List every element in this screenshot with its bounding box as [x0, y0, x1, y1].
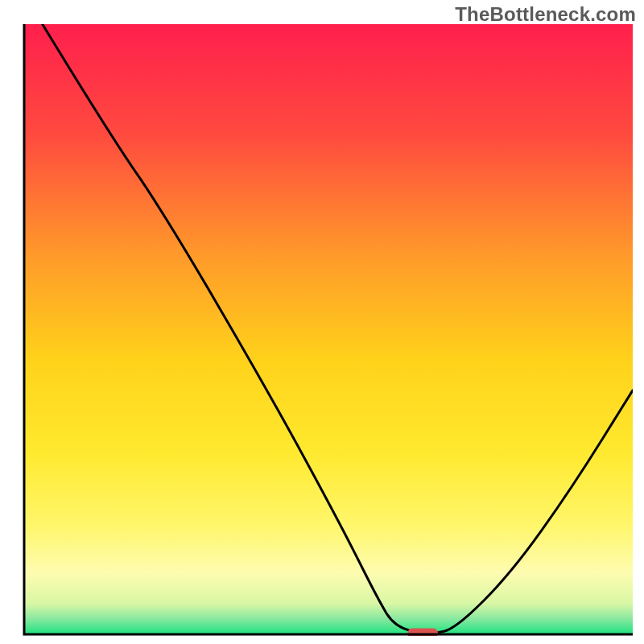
watermark-text: TheBottleneck.com — [455, 3, 636, 26]
bottleneck-chart — [23, 24, 633, 636]
chart-background-gradient — [24, 24, 633, 634]
chart-root: TheBottleneck.com — [0, 0, 644, 644]
chart-svg — [23, 24, 633, 636]
